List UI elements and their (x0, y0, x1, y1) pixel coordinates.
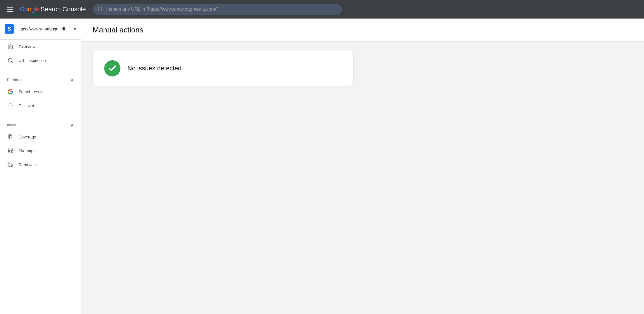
main-content: Manual actions No issues detected (81, 19, 644, 314)
svg-rect-14 (8, 149, 10, 151)
sidebar-item-search-results[interactable]: Search results (0, 85, 81, 99)
no-issues-text: No issues detected (127, 65, 182, 72)
search-icon (98, 6, 103, 13)
performance-chevron-icon[interactable]: ∧ (70, 77, 74, 83)
sidebar-item-discover[interactable]: Discover (0, 99, 81, 113)
nav-divider-1 (0, 70, 81, 70)
svg-line-8 (9, 104, 9, 104)
sidebar-item-coverage[interactable]: Coverage (0, 130, 81, 144)
google-wordmark: Google (20, 6, 39, 13)
dropdown-icon: ▾ (74, 26, 76, 32)
discover-icon (7, 102, 14, 109)
discover-label: Discover (19, 103, 34, 108)
coverage-icon (7, 134, 14, 140)
sidebar: S https://www.smartbugmedia.... ▾ Overvi… (0, 19, 81, 314)
home-icon (7, 43, 14, 50)
svg-line-9 (12, 107, 12, 107)
search-results-label: Search results (19, 90, 44, 94)
coverage-label: Coverage (19, 135, 36, 139)
sitemaps-icon (7, 147, 14, 154)
app-layout: S https://www.smartbugmedia.... ▾ Overvi… (0, 19, 644, 314)
menu-button[interactable] (5, 5, 15, 14)
sidebar-item-url-inspection[interactable]: URL inspection (0, 54, 81, 67)
sitemaps-label: Sitemaps (19, 149, 35, 153)
svg-line-3 (12, 62, 13, 63)
svg-line-10 (12, 104, 12, 104)
url-inspect-input[interactable] (106, 7, 337, 12)
sidebar-item-sitemaps[interactable]: Sitemaps (0, 144, 81, 158)
overview-label: Overview (19, 44, 35, 49)
svg-rect-13 (10, 136, 12, 139)
svg-line-1 (101, 10, 102, 10)
no-issues-check-icon (104, 60, 120, 76)
index-section-header: Index ∧ (0, 118, 81, 130)
site-url: https://www.smartbugmedia.... (17, 27, 70, 31)
performance-section-label: Performance (7, 78, 28, 82)
index-chevron-icon[interactable]: ∧ (70, 122, 74, 128)
google-g-icon (7, 88, 14, 95)
app-logo: Google Search Console (20, 6, 86, 13)
app-header: Google Search Console (0, 0, 644, 19)
sidebar-item-overview[interactable]: Overview (0, 40, 81, 54)
no-issues-card: No issues detected (93, 51, 353, 86)
removals-icon (7, 161, 14, 168)
index-section-label: Index (7, 123, 16, 127)
performance-section-header: Performance ∧ (0, 72, 81, 85)
svg-rect-15 (11, 149, 13, 151)
main-content-header: Manual actions (81, 19, 644, 42)
site-avatar: S (5, 24, 14, 34)
main-body: No issues detected (81, 42, 644, 95)
search-console-wordmark: Search Console (41, 6, 86, 13)
site-selector[interactable]: S https://www.smartbugmedia.... ▾ (0, 19, 81, 40)
page-title: Manual actions (93, 25, 632, 34)
svg-rect-16 (8, 151, 10, 153)
nav-divider-2 (0, 115, 81, 115)
sidebar-item-removals[interactable]: Removals (0, 158, 81, 172)
removals-label: Removals (19, 163, 36, 167)
url-inspect-search[interactable] (93, 4, 342, 15)
search-icon (7, 57, 14, 64)
svg-rect-12 (9, 135, 11, 138)
url-inspection-label: URL inspection (19, 58, 46, 63)
svg-line-11 (9, 107, 9, 107)
